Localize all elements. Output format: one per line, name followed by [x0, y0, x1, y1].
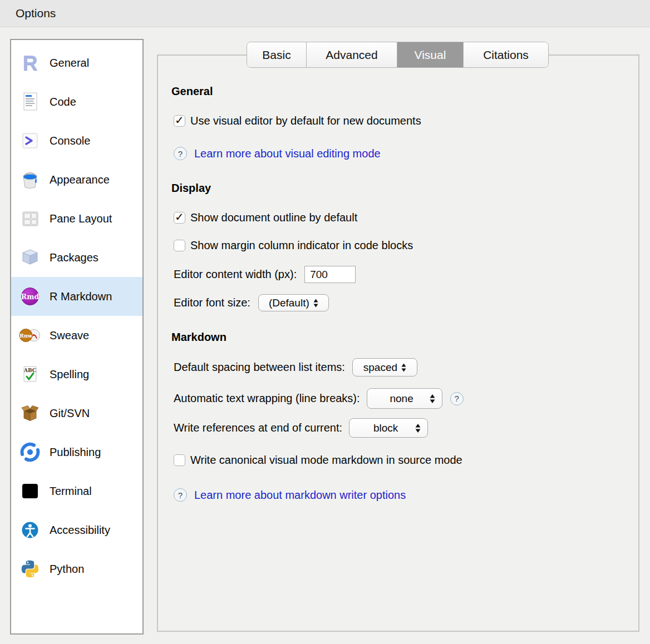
- select-value: none: [374, 393, 430, 405]
- show-outline-checkbox[interactable]: ✓: [174, 212, 185, 224]
- sidebar-item-console[interactable]: Console: [11, 121, 142, 160]
- list-spacing-row: Default spacing between list items: spac…: [174, 358, 417, 377]
- sidebar-item-label: Terminal: [50, 485, 92, 498]
- tab-basic[interactable]: Basic: [247, 42, 307, 67]
- svg-text:ABC: ABC: [23, 368, 36, 373]
- editor-font-size-select[interactable]: (Default): [258, 294, 329, 311]
- list-spacing-select[interactable]: spaced: [352, 358, 417, 377]
- help-question-icon[interactable]: ?: [174, 488, 187, 502]
- question-glyph: ?: [454, 394, 459, 403]
- references-row: Write references at end of current: bloc…: [174, 418, 428, 438]
- sidebar-item-label: Sweave: [50, 329, 89, 342]
- tab-visual[interactable]: Visual: [397, 42, 464, 67]
- section-heading-display: Display: [171, 182, 211, 195]
- cardboard-box-icon: [18, 403, 42, 424]
- checkbox-row-use-visual-editor[interactable]: ✓ Use visual editor by default for new d…: [174, 115, 421, 127]
- section-heading-markdown: Markdown: [171, 331, 226, 344]
- code-document-icon: [18, 91, 42, 112]
- rnw-pdf-icon: Rnw: [18, 325, 42, 346]
- editor-content-width-row: Editor content width (px):: [174, 266, 356, 283]
- editor-font-size-label: Editor font size:: [174, 296, 250, 309]
- sidebar-item-label: R Markdown: [50, 290, 112, 303]
- references-select[interactable]: block: [349, 418, 428, 438]
- use-visual-editor-checkbox[interactable]: ✓: [174, 115, 185, 127]
- sidebar-item-label: Python: [50, 563, 84, 576]
- svg-text:Rmd: Rmd: [21, 293, 40, 301]
- show-margin-checkbox[interactable]: [174, 240, 185, 251]
- svg-text:Rnw: Rnw: [19, 333, 33, 339]
- section-heading-general: General: [171, 85, 213, 98]
- abc-check-icon: ABC: [18, 364, 42, 385]
- connect-swirl-icon: [18, 442, 42, 463]
- references-label: Write references at end of current:: [174, 422, 342, 434]
- editor-font-size-row: Editor font size: (Default): [174, 294, 329, 311]
- question-glyph: ?: [178, 491, 183, 500]
- checkbox-row-canonical-markdown[interactable]: Write canonical visual mode markdown in …: [174, 454, 462, 467]
- window-title-bar: Options: [0, 0, 650, 27]
- select-value: spaced: [363, 361, 397, 374]
- sidebar-item-label: Accessibility: [50, 524, 110, 537]
- options-content-panel: General ✓ Use visual editor by default f…: [157, 55, 639, 632]
- sidebar-item-code[interactable]: Code: [11, 82, 142, 121]
- terminal-square-icon: [18, 480, 42, 502]
- sidebar-item-spelling[interactable]: ABC Spelling: [11, 355, 142, 394]
- sidebar-item-publishing[interactable]: Publishing: [11, 433, 142, 472]
- rmd-badge-icon: Rmd: [18, 286, 42, 307]
- window-title: Options: [16, 7, 56, 20]
- sidebar-item-pane-layout[interactable]: Pane Layout: [11, 199, 142, 238]
- sidebar-item-git-svn[interactable]: Git/SVN: [11, 394, 142, 433]
- sidebar-item-python[interactable]: Python: [11, 549, 142, 588]
- checkbox-row-show-outline[interactable]: ✓ Show document outline by default: [174, 211, 357, 224]
- editor-content-width-label: Editor content width (px):: [174, 268, 297, 281]
- sidebar-item-label: Appearance: [50, 174, 110, 186]
- question-glyph: ?: [178, 149, 183, 158]
- text-wrapping-label: Automatic text wrapping (line breaks):: [174, 392, 360, 405]
- text-wrapping-row: Automatic text wrapping (line breaks): n…: [174, 388, 464, 409]
- sidebar-item-label: Spelling: [50, 368, 89, 381]
- sidebar-item-packages[interactable]: Packages: [11, 238, 142, 277]
- help-row-markdown-writer: ? Learn more about markdown writer optio…: [174, 488, 406, 502]
- tab-citations[interactable]: Citations: [464, 42, 548, 67]
- checkbox-label: Write canonical visual mode markdown in …: [190, 454, 462, 467]
- sidebar-item-label: Packages: [50, 251, 99, 264]
- select-arrows-icon: [313, 299, 318, 308]
- r-logo-icon: R: [18, 53, 42, 73]
- accessibility-person-icon: [18, 519, 42, 541]
- tab-advanced[interactable]: Advanced: [307, 42, 397, 67]
- checkbox-row-show-margin[interactable]: Show margin column indicator in code blo…: [174, 239, 413, 252]
- list-spacing-label: Default spacing between list items:: [174, 361, 345, 374]
- select-arrows-icon: [415, 423, 421, 433]
- checkbox-label: Show margin column indicator in code blo…: [190, 239, 413, 252]
- sidebar-item-label: Publishing: [50, 446, 101, 459]
- sidebar-item-sweave[interactable]: Rnw Sweave: [11, 316, 142, 355]
- editor-content-width-input[interactable]: [304, 266, 356, 283]
- package-cube-icon: [18, 247, 42, 268]
- checkbox-label: Use visual editor by default for new doc…: [190, 115, 421, 127]
- sidebar-item-accessibility[interactable]: Accessibility: [11, 511, 142, 549]
- checkbox-label: Show document outline by default: [190, 211, 357, 224]
- paint-bucket-icon: [18, 169, 42, 190]
- help-question-icon[interactable]: ?: [174, 147, 187, 160]
- sidebar-item-appearance[interactable]: Appearance: [11, 160, 142, 199]
- select-arrows-icon: [430, 394, 435, 404]
- sidebar-item-label: Pane Layout: [50, 212, 112, 225]
- select-value: (Default): [269, 297, 309, 309]
- select-arrows-icon: [401, 363, 406, 372]
- check-icon: ✓: [175, 210, 184, 224]
- check-icon: ✓: [175, 113, 184, 127]
- options-category-sidebar: R General Code Console Appearance Pane L…: [10, 39, 144, 635]
- learn-more-visual-editing-link[interactable]: Learn more about visual editing mode: [194, 147, 381, 160]
- pane-grid-icon: [18, 208, 42, 229]
- learn-more-markdown-writer-link[interactable]: Learn more about markdown writer options: [194, 489, 406, 502]
- sidebar-item-label: Code: [50, 96, 76, 108]
- sidebar-item-r-markdown[interactable]: Rmd R Markdown: [11, 277, 142, 316]
- python-logo-icon: [18, 558, 42, 579]
- sidebar-item-terminal[interactable]: Terminal: [11, 472, 142, 511]
- settings-tab-bar: Basic Advanced Visual Citations: [247, 42, 549, 68]
- text-wrapping-select[interactable]: none: [367, 388, 442, 409]
- console-prompt-icon: [18, 130, 42, 151]
- select-value: block: [356, 422, 415, 434]
- text-wrapping-help-icon[interactable]: ?: [450, 392, 464, 405]
- sidebar-item-general[interactable]: R General: [11, 43, 142, 82]
- canonical-markdown-checkbox[interactable]: [174, 454, 185, 466]
